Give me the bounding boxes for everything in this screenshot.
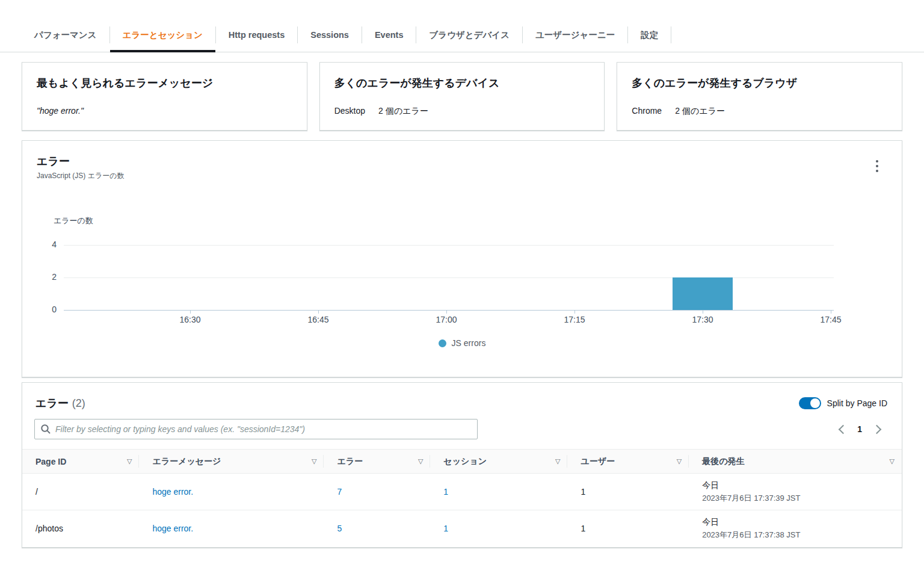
y-axis-tick-label: 0 bbox=[35, 305, 57, 314]
x-axis-tick-label: 16:45 bbox=[307, 315, 328, 324]
toggle-knob bbox=[810, 398, 820, 408]
card-title: 最もよく見られるエラーメッセージ bbox=[37, 76, 292, 90]
card-top-error-browser: 多くのエラーが発生するブラウザ Chrome 2 個のエラー bbox=[617, 62, 902, 131]
error-message-link[interactable]: hoge error. bbox=[152, 487, 193, 497]
column-header-errors[interactable]: エラー▽ bbox=[324, 450, 430, 474]
chart-panel-subtitle: JavaScript (JS) エラーの数 bbox=[37, 171, 887, 181]
column-header-sessions[interactable]: セッション▽ bbox=[430, 450, 567, 474]
cell-last-occurrence: 今日 2023年7月6日 17:37:39 JST bbox=[689, 474, 902, 510]
x-axis-tick-mark bbox=[574, 310, 575, 314]
x-axis-tick-label: 16:30 bbox=[179, 315, 200, 324]
cell-users: 1 bbox=[567, 510, 689, 547]
card-title: 多くのエラーが発生するブラウザ bbox=[632, 76, 887, 90]
table-panel-title: エラー(2) bbox=[35, 396, 85, 410]
current-page-number[interactable]: 1 bbox=[857, 424, 862, 434]
table-title-text: エラー bbox=[35, 397, 69, 409]
errors-chart-panel: エラー JavaScript (JS) エラーの数 エラーの数 42016:30… bbox=[22, 140, 902, 377]
cell-users: 1 bbox=[567, 474, 689, 510]
error-count-link[interactable]: 5 bbox=[337, 524, 342, 533]
summary-cards: 最もよく見られるエラーメッセージ "hoge error." 多くのエラーが発生… bbox=[22, 62, 902, 131]
chart-bar[interactable] bbox=[673, 277, 733, 310]
card-value: Desktop bbox=[334, 106, 365, 117]
chart-y-axis-title: エラーの数 bbox=[54, 215, 93, 226]
y-axis-tick-label: 4 bbox=[35, 240, 57, 249]
filter-box bbox=[34, 419, 478, 439]
y-axis-tick-label: 2 bbox=[35, 272, 57, 282]
tab-performance[interactable]: パフォーマンス bbox=[22, 18, 109, 52]
toggle-switch[interactable] bbox=[799, 397, 821, 409]
kebab-menu-icon[interactable] bbox=[872, 159, 882, 173]
filter-input[interactable] bbox=[34, 419, 478, 439]
error-count-link[interactable]: 7 bbox=[337, 487, 342, 497]
column-filter-icon[interactable]: ▽ bbox=[127, 457, 132, 465]
column-label: Page ID bbox=[35, 457, 66, 466]
card-detail: 2 個のエラー bbox=[378, 106, 428, 117]
tab-divider bbox=[671, 26, 671, 43]
tab-bar: パフォーマンス エラーとセッション Http requests Sessions… bbox=[0, 18, 924, 52]
tab-browsers-devices[interactable]: ブラウザとデバイス bbox=[416, 18, 522, 52]
last-occurrence-timestamp: 2023年7月6日 17:37:39 JST bbox=[702, 493, 895, 504]
search-icon bbox=[40, 424, 51, 437]
x-axis-tick-label: 17:45 bbox=[820, 315, 841, 324]
table-row: /photos hoge error. 5 1 1 今日 2023年7月6日 1… bbox=[22, 510, 902, 547]
toggle-label: Split by Page ID bbox=[827, 398, 887, 408]
session-count-link[interactable]: 1 bbox=[443, 524, 448, 533]
x-axis-tick-label: 17:00 bbox=[436, 315, 457, 324]
last-occurrence-timestamp: 2023年7月6日 17:37:38 JST bbox=[702, 530, 895, 540]
card-detail: 2 個のエラー bbox=[675, 106, 725, 117]
card-top-error-device: 多くのエラーが発生するデバイス Desktop 2 個のエラー bbox=[319, 62, 605, 131]
tab-sessions[interactable]: Sessions bbox=[298, 18, 362, 52]
legend-dot bbox=[439, 339, 446, 347]
errors-table: Page ID▽ エラーメッセージ▽ エラー▽ セッション▽ ユーザー▽ 最後の… bbox=[22, 449, 902, 547]
legend-label[interactable]: JS errors bbox=[452, 338, 486, 348]
column-header-error-message[interactable]: エラーメッセージ▽ bbox=[139, 450, 324, 474]
pagination: 1 bbox=[837, 424, 887, 434]
column-label: ユーザー bbox=[581, 456, 615, 467]
column-filter-icon[interactable]: ▽ bbox=[418, 457, 423, 465]
column-filter-icon[interactable]: ▽ bbox=[890, 457, 895, 465]
plot-area: 42016:3016:4517:0017:1517:3017:45 bbox=[64, 245, 834, 310]
tab-http-requests[interactable]: Http requests bbox=[216, 18, 297, 52]
tab-errors-sessions[interactable]: エラーとセッション bbox=[110, 18, 215, 52]
last-occurrence-day: 今日 bbox=[702, 517, 895, 528]
table-row: / hoge error. 7 1 1 今日 2023年7月6日 17:37:3… bbox=[22, 474, 902, 510]
tab-events[interactable]: Events bbox=[362, 18, 416, 52]
card-value: "hoge error." bbox=[37, 106, 84, 116]
column-filter-icon[interactable]: ▽ bbox=[555, 457, 560, 465]
x-axis-tick-mark bbox=[190, 310, 191, 314]
errors-table-panel: エラー(2) Split by Page ID 1 bbox=[22, 382, 902, 548]
x-axis-tick-mark bbox=[831, 310, 831, 314]
tab-user-journey[interactable]: ユーザージャーニー bbox=[523, 18, 627, 52]
x-axis-tick-label: 17:15 bbox=[564, 315, 585, 324]
column-label: セッション bbox=[443, 456, 487, 467]
card-title: 多くのエラーが発生するデバイス bbox=[334, 76, 590, 90]
card-value: Chrome bbox=[632, 106, 662, 117]
chart-gridline bbox=[64, 310, 834, 311]
table-header-row: Page ID▽ エラーメッセージ▽ エラー▽ セッション▽ ユーザー▽ 最後の… bbox=[22, 450, 902, 474]
cell-last-occurrence: 今日 2023年7月6日 17:37:38 JST bbox=[689, 510, 902, 547]
last-occurrence-day: 今日 bbox=[702, 480, 895, 491]
column-label: エラーメッセージ bbox=[152, 456, 221, 467]
column-header-last-occurrence[interactable]: 最後の発生▽ bbox=[689, 450, 902, 474]
column-label: 最後の発生 bbox=[702, 456, 744, 467]
cell-page-id: /photos bbox=[22, 510, 139, 547]
x-axis-tick-mark bbox=[703, 310, 703, 314]
previous-page-icon[interactable] bbox=[837, 424, 846, 434]
error-message-link[interactable]: hoge error. bbox=[152, 524, 193, 533]
tab-settings[interactable]: 設定 bbox=[628, 18, 671, 52]
card-top-error-message: 最もよく見られるエラーメッセージ "hoge error." bbox=[22, 62, 307, 131]
column-header-page-id[interactable]: Page ID▽ bbox=[22, 450, 139, 474]
split-by-page-id-toggle[interactable]: Split by Page ID bbox=[799, 397, 887, 409]
x-axis-tick-mark bbox=[446, 310, 447, 314]
chart-gridline bbox=[64, 245, 834, 246]
x-axis-tick-label: 17:30 bbox=[692, 315, 713, 324]
next-page-icon[interactable] bbox=[873, 424, 882, 434]
x-axis-tick-mark bbox=[318, 310, 319, 314]
column-label: エラー bbox=[337, 456, 363, 467]
column-filter-icon[interactable]: ▽ bbox=[677, 457, 682, 465]
column-filter-icon[interactable]: ▽ bbox=[312, 457, 316, 465]
table-row-count: (2) bbox=[72, 397, 85, 409]
session-count-link[interactable]: 1 bbox=[443, 487, 448, 497]
column-header-users[interactable]: ユーザー▽ bbox=[567, 450, 689, 474]
cell-page-id: / bbox=[22, 474, 139, 510]
